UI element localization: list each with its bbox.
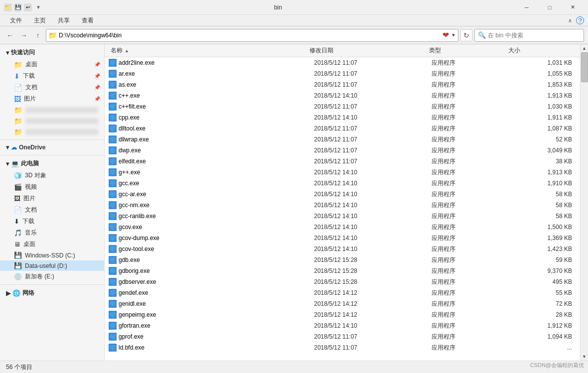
scrollbar-track[interactable] xyxy=(581,52,588,353)
table-row[interactable]: gcov-tool.exe2018/5/12 14:10应用程序1,423 KB xyxy=(105,244,580,254)
sidebar-item-music[interactable]: 🎵 音乐 xyxy=(0,227,104,239)
table-row[interactable]: ar.exe2018/5/12 11:07应用程序1,055 KB xyxy=(105,68,580,79)
table-row[interactable]: gdborig.exe2018/5/12 15:28应用程序9,370 KB xyxy=(105,265,580,276)
col-header-type[interactable]: 类型 xyxy=(429,46,509,55)
search-bar[interactable]: 🔍 xyxy=(474,29,584,42)
ribbon-expand-arrow[interactable]: ∧ xyxy=(568,17,572,24)
table-row[interactable]: c++filt.exe2018/5/12 11:07应用程序1,030 KB xyxy=(105,101,580,112)
file-list: addr2line.exe2018/5/12 11:07应用程序1,031 KB… xyxy=(105,57,580,361)
tab-home[interactable]: 主页 xyxy=(28,15,52,26)
title-dropdown-arrow[interactable]: ▼ xyxy=(36,4,41,10)
sidebar-section-onedrive[interactable]: ▾ ☁ OneDrive xyxy=(0,142,104,153)
back-button[interactable]: ← xyxy=(4,29,16,41)
sidebar-item-downloads[interactable]: ⬇ 下载 📌 xyxy=(0,70,104,82)
table-row[interactable]: ld.bfd.exe2018/5/12 11:07应用程序... xyxy=(105,342,580,353)
table-row[interactable]: dlltool.exe2018/5/12 11:07应用程序1,087 KB xyxy=(105,123,580,134)
sidebar-item-documents[interactable]: 📄 文档 📌 xyxy=(0,82,104,93)
svg-rect-80 xyxy=(111,350,114,350)
table-row[interactable]: gcov.exe2018/5/12 14:10应用程序1,500 KB xyxy=(105,222,580,233)
scrollbar-up-arrow[interactable]: ▲ xyxy=(581,44,588,52)
sidebar-item-3d-objects[interactable]: 🧊 3D 对象 xyxy=(0,170,104,181)
sidebar-item-pictures[interactable]: 🖼 图片 📌 xyxy=(0,93,104,105)
table-row[interactable]: addr2line.exe2018/5/12 11:07应用程序1,031 KB xyxy=(105,57,580,68)
table-row[interactable]: gendef.exe2018/5/12 14:12应用程序55 KB xyxy=(105,287,580,298)
table-row[interactable]: gcc-ranlib.exe2018/5/12 14:10应用程序58 KB xyxy=(105,211,580,222)
ribbon: 文件 主页 共享 查看 ∧ ? xyxy=(0,15,588,26)
sidebar-item-drive-c[interactable]: 💾 Windows-SSD (C:) xyxy=(0,250,104,260)
sidebar-item-videos[interactable]: 🎬 视频 xyxy=(0,181,104,193)
file-name: gcov-tool.exe xyxy=(119,246,314,252)
file-date: 2018/5/12 14:10 xyxy=(314,92,431,99)
sort-arrow-name: ▲ xyxy=(125,48,129,53)
forward-button[interactable]: → xyxy=(18,29,30,41)
up-button[interactable]: ↑ xyxy=(32,29,44,41)
sidebar-section-this-pc[interactable]: ▾ 💻 此电脑 xyxy=(0,157,104,170)
col-header-date[interactable]: 修改日期 xyxy=(309,46,429,55)
address-input[interactable] xyxy=(59,32,441,39)
svg-rect-36 xyxy=(110,192,115,196)
tab-view[interactable]: 查看 xyxy=(76,15,100,26)
sidebar-section-network[interactable]: ▶ 🌐 网络 xyxy=(0,287,104,299)
right-scrollbar[interactable]: ▲ ▼ xyxy=(580,44,588,361)
table-row[interactable]: c++.exe2018/5/12 14:10应用程序1,913 KB xyxy=(105,90,580,101)
table-row[interactable]: gcc-nm.exe2018/5/12 14:10应用程序58 KB xyxy=(105,200,580,211)
tab-share[interactable]: 共享 xyxy=(52,15,76,26)
minimize-button[interactable]: ─ xyxy=(515,0,538,15)
help-button[interactable]: ? xyxy=(576,16,584,24)
file-date: 2018/5/12 14:10 xyxy=(314,246,431,252)
table-row[interactable]: gdbserver.exe2018/5/12 15:28应用程序495 KB xyxy=(105,276,580,287)
table-row[interactable]: dwp.exe2018/5/12 11:07应用程序3,049 KB xyxy=(105,145,580,156)
svg-rect-23 xyxy=(111,141,114,142)
table-row[interactable]: gdb.exe2018/5/12 15:28应用程序59 KB xyxy=(105,254,580,265)
file-size: 52 KB xyxy=(509,136,576,143)
close-button[interactable]: ✕ xyxy=(561,0,584,15)
address-input-wrap[interactable]: 📁 ❤ ▼ xyxy=(46,29,458,42)
col-header-name[interactable]: 名称 ▲ xyxy=(109,46,309,55)
table-row[interactable]: dllwrap.exe2018/5/12 11:07应用程序52 KB xyxy=(105,134,580,145)
maximize-button[interactable]: □ xyxy=(538,0,561,15)
file-size: 1,031 KB xyxy=(509,59,576,66)
file-icon xyxy=(109,267,117,275)
file-date: 2018/5/12 14:10 xyxy=(314,114,431,121)
table-row[interactable]: gprof.exe2018/5/12 11:07应用程序1,094 KB xyxy=(105,331,580,342)
sidebar-item-blurred1[interactable]: 📁 xyxy=(0,105,104,116)
table-row[interactable]: gcc-ar.exe2018/5/12 14:10应用程序58 KB xyxy=(105,189,580,200)
file-name: gfortran.exe xyxy=(119,322,314,329)
title-icon-folder: 📁 xyxy=(4,3,12,11)
table-row[interactable]: genpeimg.exe2018/5/12 14:12应用程序28 KB xyxy=(105,309,580,320)
col-type-label: 类型 xyxy=(429,46,441,55)
col-header-size[interactable]: 大小 xyxy=(508,46,576,55)
address-dropdown-arrow[interactable]: ▼ xyxy=(451,32,456,38)
table-row[interactable]: gfortran.exe2018/5/12 14:10应用程序1,912 KB xyxy=(105,320,580,331)
sidebar-item-blurred3[interactable]: 📁 xyxy=(0,126,104,137)
table-row[interactable]: genidl.exe2018/5/12 14:12应用程序72 KB xyxy=(105,298,580,309)
table-row[interactable]: g++.exe2018/5/12 14:10应用程序1,913 KB xyxy=(105,167,580,178)
sidebar-item-desktop-pc[interactable]: 🖥 桌面 xyxy=(0,239,104,250)
sidebar-item-drive-e[interactable]: 💿 新加卷 (E:) xyxy=(0,271,104,282)
sidebar-item-documents-pc[interactable]: 📄 文档 xyxy=(0,204,104,216)
sidebar-item-drive-d[interactable]: 💾 Data-useful (D:) xyxy=(0,260,104,271)
table-row[interactable]: cpp.exe2018/5/12 14:10应用程序1,911 KB xyxy=(105,112,580,123)
file-name: gcc-ar.exe xyxy=(119,191,314,198)
file-name: gprof.exe xyxy=(119,333,314,340)
search-input[interactable] xyxy=(488,32,581,39)
svg-rect-62 xyxy=(111,284,114,284)
refresh-button[interactable]: ↻ xyxy=(460,29,472,41)
sidebar-item-desktop[interactable]: 📁 桌面 📌 xyxy=(0,59,104,70)
sidebar-item-desktop-pc-label: 桌面 xyxy=(23,240,35,249)
scrollbar-down-arrow[interactable]: ▼ xyxy=(581,353,588,361)
sidebar-item-downloads-pc[interactable]: ⬇ 下载 xyxy=(0,216,104,227)
sidebar-item-blurred2[interactable]: 📁 xyxy=(0,116,104,126)
tab-file[interactable]: 文件 xyxy=(4,15,28,26)
svg-rect-42 xyxy=(110,214,115,218)
table-row[interactable]: elfedit.exe2018/5/12 11:07应用程序38 KB xyxy=(105,156,580,167)
svg-rect-47 xyxy=(111,229,114,230)
table-row[interactable]: gcc.exe2018/5/12 14:10应用程序1,910 KB xyxy=(105,178,580,189)
sidebar-item-pictures-pc[interactable]: 🖼 图片 xyxy=(0,193,104,204)
table-row[interactable]: gcov-dump.exe2018/5/12 14:10应用程序1,369 KB xyxy=(105,233,580,244)
svg-rect-41 xyxy=(111,207,114,208)
scrollbar-thumb[interactable] xyxy=(581,52,588,82)
file-size: 1,094 KB xyxy=(509,333,576,340)
sidebar-section-quick-access[interactable]: ▾ 快速访问 xyxy=(0,46,104,59)
table-row[interactable]: as.exe2018/5/12 11:07应用程序1,853 KB xyxy=(105,79,580,90)
